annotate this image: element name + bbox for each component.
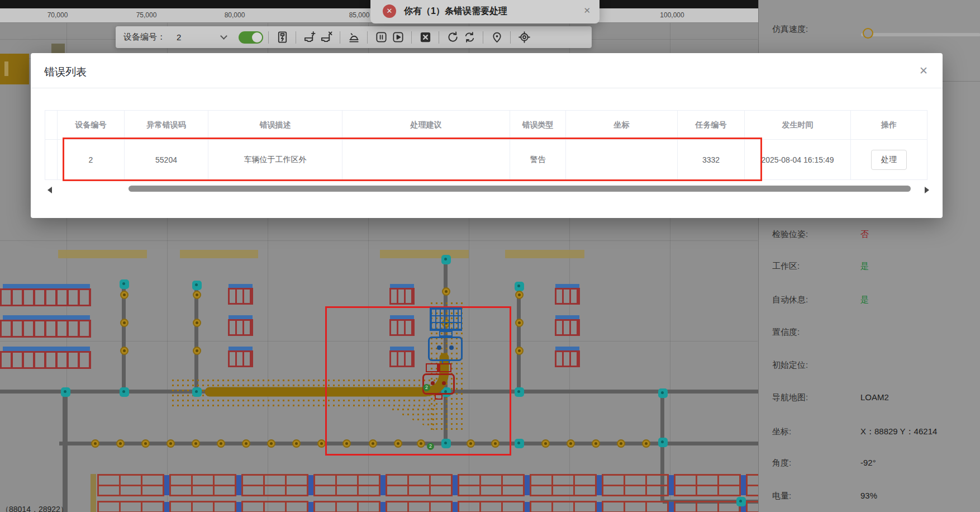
table-cell <box>566 140 678 180</box>
cursor-coordinates: （88014，28922） <box>1 505 68 512</box>
dialog-title: 错误列表 <box>44 66 87 78</box>
prop-init-position: 初始定位: <box>772 360 973 372</box>
prop-nav-map: 导航地图:LOAM2 <box>772 392 973 405</box>
prop-value: X：88829 Y：46214 <box>860 426 937 437</box>
charge-station-icon <box>276 31 289 44</box>
agv-robot-red[interactable] <box>420 363 457 400</box>
column-header: 坐标 <box>566 111 678 140</box>
sync-button[interactable] <box>461 29 478 46</box>
simulation-toggle[interactable] <box>239 31 263 44</box>
table-cell: 2025-08-04 16:15:49 <box>745 140 851 180</box>
speed-slider-handle[interactable] <box>863 28 873 39</box>
left-edge-tab[interactable] <box>0 54 29 84</box>
play-icon <box>392 31 405 44</box>
map-toolbar: 设备编号： 2 <box>116 26 592 48</box>
prop-coordinates: 坐标:X：88829 Y：46214 <box>772 426 973 439</box>
prop-value: LOAM2 <box>860 392 889 402</box>
column-header <box>45 111 58 140</box>
column-header: 任务编号 <box>678 111 745 140</box>
scroll-left-icon[interactable] <box>47 187 52 193</box>
chevron-down-icon[interactable] <box>220 32 227 40</box>
prop-auto-rest: 自动休息:是 <box>772 295 973 307</box>
prop-value: 否 <box>860 229 869 240</box>
device-select-label: 设备编号： <box>123 32 165 42</box>
remove-vehicle-button[interactable] <box>318 29 335 46</box>
toast-message: 你有（1）条错误需要处理 <box>404 6 583 17</box>
prop-value: 是 <box>860 295 869 305</box>
agv-id-badge: 2 <box>427 443 434 450</box>
clear-errors-button[interactable] <box>417 29 434 46</box>
alarm-icon <box>348 31 360 44</box>
play-button[interactable] <box>389 29 406 46</box>
error-table: 设备编号异常错误码错误描述处理建议错误类型坐标任务编号发生时间操作255204车… <box>45 110 927 180</box>
scroll-right-icon[interactable] <box>925 187 929 193</box>
column-header: 操作 <box>851 111 927 140</box>
error-toast: ✕ 你有（1）条错误需要处理 ✕ <box>370 0 600 23</box>
column-header: 异常错误码 <box>125 111 208 140</box>
ruler-tick: 85,000 <box>349 11 370 19</box>
prop-check-pose: 检验位姿:否 <box>772 229 973 241</box>
refresh-button[interactable] <box>444 29 461 46</box>
table-cell: 车辆位于工作区外 <box>208 140 342 180</box>
clear-errors-icon <box>419 31 432 44</box>
prop-angle: 角度:-92° <box>772 458 973 470</box>
prop-value: 是 <box>860 261 869 272</box>
location-pin-button[interactable] <box>488 29 505 46</box>
refresh-icon <box>446 31 459 44</box>
prop-work-zone: 工作区:是 <box>772 261 973 273</box>
column-header: 处理建议 <box>342 111 510 140</box>
pause-icon <box>375 31 388 44</box>
table-cell: 警告 <box>510 140 566 180</box>
ruler-tick: 75,000 <box>136 11 157 19</box>
prop-value: 93% <box>860 491 877 500</box>
rack-load-icon <box>430 307 462 331</box>
ruler-tick: 100,000 <box>660 11 684 19</box>
add-vehicle-icon <box>303 31 316 44</box>
prop-value: -92° <box>860 458 876 467</box>
table-cell: 2 <box>58 140 125 180</box>
error-table-row: 255204车辆位于工作区外警告33322025-08-04 16:15:49处… <box>45 140 927 180</box>
toast-close-button[interactable]: ✕ <box>583 6 591 16</box>
table-cell <box>342 140 510 180</box>
prop-battery: 电量:93% <box>772 491 973 503</box>
remove-vehicle-icon <box>320 31 333 44</box>
alarm-button[interactable] <box>345 29 362 46</box>
ruler-tick: 70,000 <box>47 11 68 19</box>
locate-target-button[interactable] <box>516 29 532 46</box>
agv-robot-blue[interactable] <box>428 307 464 362</box>
agv-id-badge: 2 <box>423 384 430 391</box>
column-header: 设备编号 <box>58 111 125 140</box>
column-header: 错误描述 <box>208 111 342 140</box>
prop-confidence: 置信度: <box>772 327 973 339</box>
horizontal-scrollbar[interactable] <box>129 186 911 192</box>
column-header: 错误类型 <box>510 111 566 140</box>
handle-button[interactable]: 处理 <box>871 150 907 170</box>
table-cell: 3332 <box>678 140 745 180</box>
charge-station-button[interactable] <box>274 29 291 46</box>
device-select-value[interactable]: 2 <box>177 32 181 42</box>
speed-slider[interactable] <box>861 33 980 36</box>
column-header: 发生时间 <box>745 111 851 140</box>
pause-button[interactable] <box>373 29 389 46</box>
table-cell <box>45 140 58 180</box>
selection-rectangle <box>325 306 511 456</box>
error-list-dialog: 错误列表 ✕ 设备编号异常错误码错误描述处理建议错误类型坐标任务编号发生时间操作… <box>31 53 943 218</box>
table-cell: 55204 <box>125 140 208 180</box>
sync-icon <box>463 31 476 44</box>
add-vehicle-button[interactable] <box>301 29 318 46</box>
ruler-tick: 80,000 <box>225 11 245 19</box>
location-pin-icon <box>491 31 503 44</box>
locate-target-icon <box>518 31 531 44</box>
speed-label: 仿真速度: <box>772 24 808 35</box>
dialog-close-button[interactable]: ✕ <box>919 64 928 77</box>
error-circle-icon: ✕ <box>383 4 396 18</box>
